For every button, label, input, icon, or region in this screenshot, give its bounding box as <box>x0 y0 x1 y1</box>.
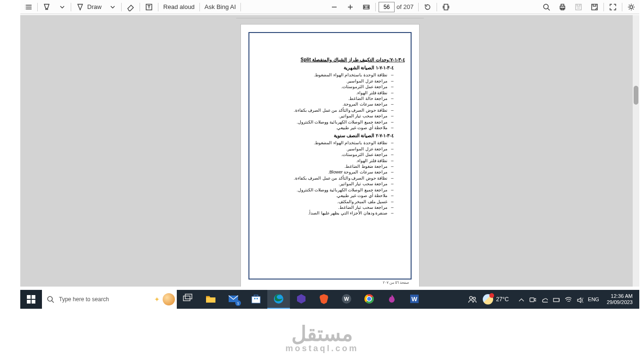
svg-rect-8 <box>592 4 597 10</box>
list-item: مراجعة سحب تيار المواتير. <box>255 113 388 119</box>
store-button[interactable] <box>245 290 267 309</box>
page-footer: صفحة ٥٦ من ٢٠٧ <box>248 280 412 285</box>
document-list-2: نظافة الوحدة باستخدام الهواء المضغوط.مرا… <box>255 140 405 216</box>
chrome-button[interactable] <box>358 290 380 309</box>
save-as-button[interactable] <box>586 0 603 14</box>
volume-icon[interactable] <box>576 296 583 303</box>
edge-icon <box>273 293 284 304</box>
list-item: مراجعة عزل المواسير. <box>255 146 388 152</box>
read-aloud-button[interactable]: Read aloud <box>159 0 198 14</box>
task-view-button[interactable] <box>177 290 199 309</box>
wifi-icon[interactable] <box>564 296 571 303</box>
chevron-up-icon[interactable] <box>517 296 524 303</box>
erase-button[interactable] <box>123 0 139 14</box>
scrollbar-thumb[interactable] <box>634 86 638 105</box>
list-item: مراجعة سحب تيار الضاغط. <box>255 205 388 210</box>
svg-rect-35 <box>559 299 560 301</box>
svg-rect-18 <box>252 296 260 303</box>
list-item: مراجعة جميع الوصلات الكهربائية ووصلات ال… <box>255 187 388 193</box>
mail-badge: 1 <box>235 300 241 306</box>
pdf-viewer[interactable]: ٤-٣-١-٧:وحدات التكييف طراز الشباك والمنف… <box>20 15 639 287</box>
draw-chevron[interactable] <box>105 0 120 14</box>
svg-rect-7 <box>576 4 581 10</box>
circle-w-icon: W <box>341 293 352 304</box>
text-tool-button[interactable] <box>141 0 157 14</box>
minus-icon <box>330 3 339 11</box>
fullscreen-button[interactable] <box>605 0 621 14</box>
search-icon <box>47 296 54 303</box>
draw-icon <box>76 3 84 11</box>
word-icon: W <box>409 293 420 304</box>
pdf-page: ٤-٣-١-٧:وحدات التكييف طراز الشباك والمنف… <box>240 24 420 287</box>
gear-icon <box>627 3 636 11</box>
start-button[interactable] <box>20 290 42 309</box>
read-aloud-label: Read aloud <box>163 3 195 10</box>
svg-text:W: W <box>412 296 418 303</box>
zoom-out-button[interactable] <box>326 0 342 14</box>
svg-rect-11 <box>32 295 35 299</box>
task-view-icon <box>182 293 194 304</box>
list-item: نظافة فلتر الهواء. <box>255 158 388 164</box>
battery-icon[interactable] <box>553 296 560 303</box>
list-item: مراجعة ضغوط الضاغط. <box>255 164 388 169</box>
svg-rect-16 <box>185 294 192 299</box>
list-item: نظافة حوض الصرف والتأكد من عمل الصرف بكف… <box>255 107 388 113</box>
fit-width-button[interactable] <box>358 0 374 14</box>
mail-button[interactable]: 1 <box>222 290 245 309</box>
document-section-title: ٤-٣-١-٧:وحدات التكييف طراز الشباك والمنف… <box>255 57 405 63</box>
erase-icon <box>126 3 135 11</box>
svg-rect-34 <box>553 298 559 302</box>
people-button[interactable] <box>462 290 483 309</box>
page-number-input[interactable] <box>379 2 395 12</box>
hexagon-icon <box>296 293 307 304</box>
weather-widget[interactable]: 27°C <box>483 294 509 304</box>
svg-rect-19 <box>254 298 256 299</box>
chrome-icon <box>363 293 375 304</box>
watermark-name: مستقل <box>291 321 353 346</box>
highlight-button[interactable] <box>39 0 55 14</box>
highlight-chevron[interactable] <box>55 0 70 14</box>
taskbar-search[interactable]: Type here to search ✦ <box>42 290 177 309</box>
page-view-icon <box>442 3 450 11</box>
search-button[interactable] <box>538 0 554 14</box>
list-item: نظافة الوحدة باستخدام الهواء المضغوط. <box>255 72 388 78</box>
app-w-button[interactable]: W <box>335 290 358 309</box>
svg-point-9 <box>630 6 633 8</box>
highlight-icon <box>42 3 51 11</box>
zoom-in-button[interactable] <box>342 0 358 14</box>
clock[interactable]: 12:36 AM 29/09/2023 <box>604 293 636 305</box>
ask-ai-button[interactable]: Ask Bing AI <box>201 0 239 14</box>
save-icon <box>574 3 583 11</box>
save-button-disabled <box>570 0 586 14</box>
onedrive-icon[interactable] <box>541 296 548 303</box>
page-view-button[interactable] <box>438 0 454 14</box>
folder-icon <box>205 293 216 304</box>
meet-now-icon[interactable] <box>529 296 536 303</box>
file-explorer-button[interactable] <box>199 290 222 309</box>
svg-rect-13 <box>32 300 35 304</box>
print-button[interactable] <box>554 0 570 14</box>
ask-ai-label: Ask Bing AI <box>205 3 236 10</box>
document-subsection-2: ٤-٣-١-٧-٢ الصيانة النصف سنوية <box>255 133 394 139</box>
draw-button[interactable]: Draw <box>72 0 105 14</box>
brave-button[interactable] <box>313 290 335 309</box>
print-icon <box>558 3 567 11</box>
expand-icon <box>609 3 617 11</box>
list-item: نظافة الوحدة باستخدام الهواء المضغوط. <box>255 140 388 146</box>
list-item: مراجعة سحب تيار المواتير. <box>255 181 388 187</box>
rotate-button[interactable] <box>420 0 436 14</box>
people-icon <box>468 295 477 304</box>
svg-rect-20 <box>256 298 258 299</box>
app-hexagon-button[interactable] <box>290 290 313 309</box>
settings-button[interactable] <box>623 0 639 14</box>
draw-label: Draw <box>87 3 101 10</box>
save-as-icon <box>590 3 599 11</box>
language-indicator[interactable]: ENG <box>588 296 599 302</box>
edge-button[interactable] <box>267 290 290 309</box>
app-flame-button[interactable] <box>380 290 403 309</box>
svg-point-32 <box>473 297 476 300</box>
viewer-scrollbar[interactable] <box>633 15 639 287</box>
svg-rect-10 <box>27 295 31 299</box>
word-button[interactable]: W <box>403 290 426 309</box>
toc-button[interactable] <box>20 0 36 14</box>
